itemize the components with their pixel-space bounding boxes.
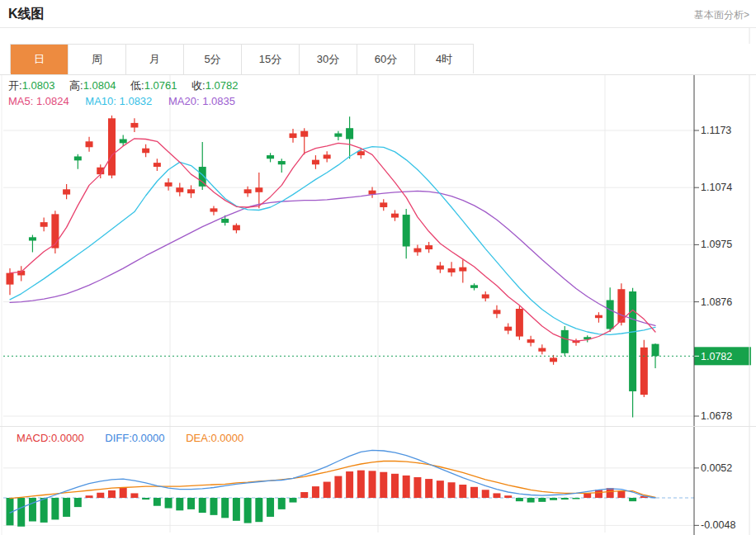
macd-hist-bar[interactable] xyxy=(617,491,625,498)
candle[interactable] xyxy=(210,208,217,211)
macd-hist-bar[interactable] xyxy=(595,490,602,498)
candle[interactable] xyxy=(86,141,93,147)
candle[interactable] xyxy=(527,339,535,343)
macd-hist-bar[interactable] xyxy=(17,498,25,527)
candle[interactable] xyxy=(629,291,636,391)
tab-日[interactable]: 日 xyxy=(11,45,69,74)
macd-hist-bar[interactable] xyxy=(391,474,399,498)
candle[interactable] xyxy=(278,161,286,164)
macd-hist-bar[interactable] xyxy=(346,471,353,498)
macd-hist-bar[interactable] xyxy=(176,498,183,510)
macd-hist-bar[interactable] xyxy=(74,498,82,507)
macd-hist-bar[interactable] xyxy=(244,498,252,523)
candle[interactable] xyxy=(165,182,172,187)
macd-hist-bar[interactable] xyxy=(437,481,444,498)
candle[interactable] xyxy=(74,156,82,160)
candle[interactable] xyxy=(346,128,353,139)
candle[interactable] xyxy=(120,139,127,143)
tab-15分[interactable]: 15分 xyxy=(242,45,300,74)
macd-hist-bar[interactable] xyxy=(550,498,557,500)
macd-hist-bar[interactable] xyxy=(154,498,161,506)
candle[interactable] xyxy=(300,131,308,137)
candle[interactable] xyxy=(403,215,410,246)
candle[interactable] xyxy=(290,133,297,138)
macd-hist-bar[interactable] xyxy=(493,493,500,498)
macd-hist-bar[interactable] xyxy=(267,498,274,517)
macd-hist-bar[interactable] xyxy=(425,479,432,498)
macd-hist-bar[interactable] xyxy=(538,498,546,502)
macd-hist-bar[interactable] xyxy=(97,493,104,498)
macd-hist-bar[interactable] xyxy=(561,498,569,499)
tab-30分[interactable]: 30分 xyxy=(300,45,357,74)
candle[interactable] xyxy=(470,285,478,287)
fundamental-analysis-link[interactable]: 基本面分析> xyxy=(694,8,749,22)
candle[interactable] xyxy=(63,189,70,194)
macd-hist-bar[interactable] xyxy=(334,476,342,498)
macd-hist-bar[interactable] xyxy=(199,498,206,513)
macd-hist-bar[interactable] xyxy=(210,498,217,515)
macd-hist-bar[interactable] xyxy=(233,498,240,521)
tab-周[interactable]: 周 xyxy=(69,45,126,74)
macd-hist-bar[interactable] xyxy=(130,493,138,498)
tab-月[interactable]: 月 xyxy=(126,45,184,74)
macd-hist-bar[interactable] xyxy=(527,498,535,503)
macd-hist-bar[interactable] xyxy=(380,472,387,498)
candle[interactable] xyxy=(380,202,387,207)
candle[interactable] xyxy=(233,225,240,230)
macd-hist-bar[interactable] xyxy=(278,498,286,509)
candle[interactable] xyxy=(221,219,229,223)
candle[interactable] xyxy=(550,357,557,362)
macd-hist-bar[interactable] xyxy=(470,487,478,498)
candle[interactable] xyxy=(244,189,252,193)
candle[interactable] xyxy=(607,301,614,329)
candle[interactable] xyxy=(7,273,14,285)
macd-hist-bar[interactable] xyxy=(369,471,376,498)
candle[interactable] xyxy=(108,118,116,175)
macd-hist-bar[interactable] xyxy=(607,488,614,498)
candle[interactable] xyxy=(482,295,489,299)
candle[interactable] xyxy=(255,187,262,192)
candle[interactable] xyxy=(312,160,319,165)
macd-hist-bar[interactable] xyxy=(165,498,172,509)
candle[interactable] xyxy=(437,266,444,270)
candle[interactable] xyxy=(391,214,399,218)
candle[interactable] xyxy=(640,348,648,395)
macd-hist-bar[interactable] xyxy=(573,498,580,499)
macd-hist-bar[interactable] xyxy=(142,498,149,499)
macd-hist-bar[interactable] xyxy=(459,485,466,498)
candle[interactable] xyxy=(459,268,466,272)
candle[interactable] xyxy=(425,245,432,249)
macd-hist-bar[interactable] xyxy=(120,487,127,498)
macd-hist-bar[interactable] xyxy=(40,498,48,523)
tab-60分[interactable]: 60分 xyxy=(357,45,415,74)
tab-5分[interactable]: 5分 xyxy=(184,45,242,74)
candle[interactable] xyxy=(51,214,59,248)
macd-hist-bar[interactable] xyxy=(221,498,229,518)
candle[interactable] xyxy=(154,163,161,167)
candle[interactable] xyxy=(538,348,546,352)
macd-hist-bar[interactable] xyxy=(516,498,523,501)
macd-hist-bar[interactable] xyxy=(312,486,319,498)
macd-hist-bar[interactable] xyxy=(51,498,59,519)
candle[interactable] xyxy=(652,344,659,357)
candle[interactable] xyxy=(413,249,421,253)
macd-hist-bar[interactable] xyxy=(63,498,70,517)
candle[interactable] xyxy=(187,189,195,193)
candle[interactable] xyxy=(516,309,523,337)
macd-hist-bar[interactable] xyxy=(290,498,297,503)
candle[interactable] xyxy=(40,222,48,227)
candle[interactable] xyxy=(324,154,331,159)
candle[interactable] xyxy=(142,149,149,154)
macd-hist-bar[interactable] xyxy=(29,498,36,521)
candle[interactable] xyxy=(504,327,512,331)
candle[interactable] xyxy=(493,310,500,314)
macd-hist-bar[interactable] xyxy=(300,492,308,498)
candle[interactable] xyxy=(29,237,36,240)
candle[interactable] xyxy=(267,155,274,159)
macd-hist-bar[interactable] xyxy=(482,490,489,498)
tab-4时[interactable]: 4时 xyxy=(415,45,473,74)
macd-hist-bar[interactable] xyxy=(324,482,331,498)
macd-hist-bar[interactable] xyxy=(187,498,195,509)
candle[interactable] xyxy=(595,315,602,318)
candle[interactable] xyxy=(176,187,183,192)
